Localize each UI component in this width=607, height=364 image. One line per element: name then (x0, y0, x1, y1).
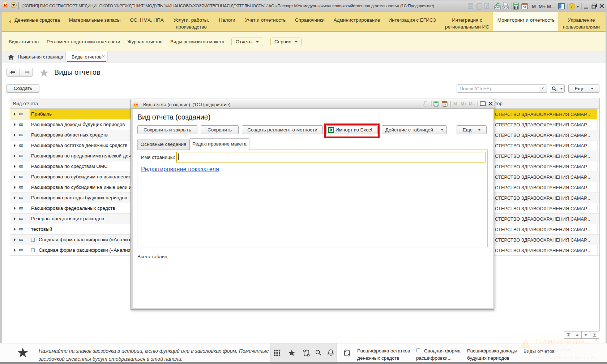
svg-text:M+: M+ (539, 4, 546, 9)
svg-text:M+: M+ (461, 101, 467, 107)
svg-text:M: M (532, 4, 536, 9)
svg-text:M–: M– (469, 101, 475, 107)
svg-text:31: 31 (523, 5, 526, 9)
svg-text:M–: M– (547, 4, 554, 9)
svg-text:M: M (453, 101, 457, 107)
svg-text:31: 31 (443, 103, 446, 106)
